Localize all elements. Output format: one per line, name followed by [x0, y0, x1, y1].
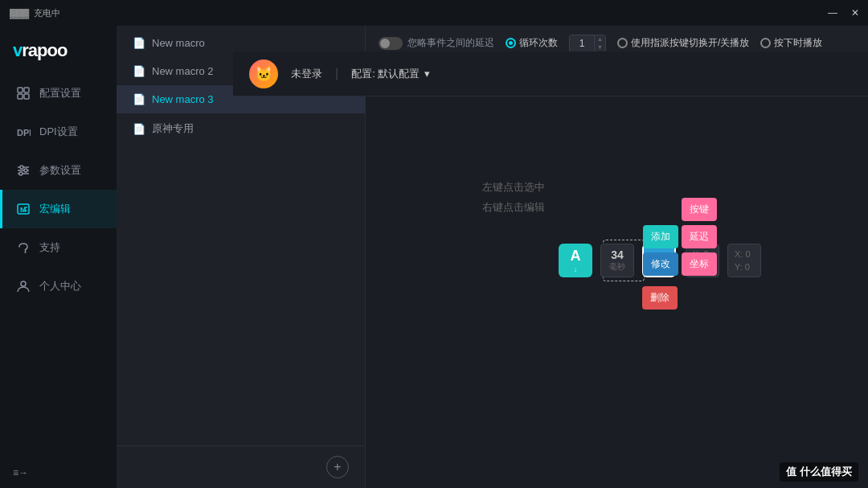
svg-rect-2	[18, 94, 23, 99]
coord-node-2[interactable]: X: 0 Y: 0	[727, 244, 761, 277]
press-play-dot	[760, 38, 771, 48]
loop-count-radio[interactable]: 循环次数	[506, 36, 558, 50]
key-node-a-press[interactable]: A ↓	[559, 244, 592, 277]
macro-icon: M	[15, 201, 31, 217]
node-coord-2[interactable]: X: 0 Y: 0	[727, 244, 761, 277]
number-up-arrow[interactable]: ▲	[594, 35, 605, 43]
number-arrows: ▲ ▼	[594, 35, 605, 51]
header-config-arrow: ▾	[424, 68, 430, 80]
delay-value: 34	[611, 248, 624, 261]
sidebar-label-macro: 宏编辑	[39, 202, 71, 216]
minimize-button[interactable]: —	[826, 6, 839, 19]
nav-items: 配置设置 DPI DPI设置	[0, 74, 117, 457]
ctx-coord-button[interactable]: 坐标	[682, 252, 717, 276]
watermark: 值 什么值得买	[780, 462, 858, 482]
hint-text: 左键点击选中 右键点击编辑	[482, 178, 545, 217]
avatar: 🐱	[249, 59, 278, 88]
svg-rect-3	[24, 94, 29, 99]
ctx-add-button[interactable]: 添加	[643, 225, 678, 248]
node-key-1[interactable]: A ↓	[559, 244, 592, 277]
number-down-arrow[interactable]: ▼	[594, 43, 605, 51]
sidebar-label-dpi: DPI设置	[39, 125, 78, 139]
ctx-key-button[interactable]: 按键	[682, 198, 717, 221]
key-sub: ↓	[574, 265, 578, 273]
toggle-knob	[380, 39, 390, 48]
loop-count-input[interactable]	[570, 35, 594, 51]
finger-switch-radio[interactable]: 使用指派按键切换开/关播放	[617, 36, 749, 50]
sidebar-label-params: 参数设置	[39, 163, 81, 178]
sidebar-collapse-button[interactable]: ≡→	[0, 457, 117, 488]
sidebar: vrapoo 配置设置 DPI	[0, 26, 117, 488]
title-bar-left: ▓▓▓ 充电中	[10, 7, 60, 19]
ctx-modify-button[interactable]: 修改	[643, 252, 678, 276]
title-controls: — ✕	[826, 6, 862, 19]
finger-switch-label: 使用指派按键切换开/关播放	[631, 36, 749, 50]
delete-btn-wrap: 删除	[642, 286, 678, 310]
delay-node[interactable]: 34 毫秒	[600, 244, 634, 277]
header-divider: |	[335, 67, 338, 81]
ignore-delay-toggle-item[interactable]: 您略事件之间的延迟	[379, 36, 494, 50]
battery-icon: ▓▓▓	[10, 8, 29, 18]
dpi-icon: DPI	[15, 124, 31, 140]
doc-icon-1: 📄	[133, 37, 145, 49]
logo-area: vrapoo	[0, 34, 117, 74]
macro-name-4: 原神专用	[152, 121, 194, 136]
header-config-selector[interactable]: 配置: 默认配置 ▾	[351, 67, 430, 81]
sidebar-item-support[interactable]: 支持	[0, 228, 117, 267]
profile-icon	[15, 278, 31, 294]
svg-point-15	[25, 252, 27, 253]
macro-name-1: New macro	[152, 37, 205, 49]
macro-list-footer: +	[117, 445, 365, 488]
ignore-delay-toggle[interactable]	[379, 37, 403, 50]
svg-rect-0	[18, 88, 23, 92]
params-icon	[15, 162, 31, 178]
node-delay-1[interactable]: 34 毫秒	[600, 244, 634, 277]
finger-switch-dot	[617, 38, 628, 48]
ignore-delay-label: 您略事件之间的延迟	[407, 36, 494, 50]
doc-icon-2: 📄	[133, 65, 145, 77]
svg-point-9	[24, 169, 27, 172]
header-user-label: 未登录	[291, 67, 322, 81]
settings-icon	[15, 85, 31, 101]
svg-point-16	[21, 281, 26, 286]
macro-name-3: New macro 3	[152, 93, 214, 105]
watermark-icon: 值	[786, 465, 796, 478]
sidebar-item-profile[interactable]: 个人中心	[0, 267, 117, 306]
doc-icon-4: 📄	[133, 123, 145, 135]
sidebar-label-settings: 配置设置	[39, 86, 81, 100]
collapse-icon: ≡→	[13, 467, 28, 478]
header-config-label: 配置: 默认配置	[351, 67, 420, 81]
press-play-radio[interactable]: 按下时播放	[760, 36, 822, 50]
svg-point-8	[20, 166, 23, 169]
ctx-row-add: 添加 延迟	[643, 225, 717, 248]
watermark-text: 什么值得买	[800, 465, 852, 478]
avatar-image: 🐱	[255, 65, 272, 83]
ctx-row-modify: 修改 坐标	[643, 252, 717, 276]
ctx-row-key: 按键	[643, 198, 717, 221]
delay-unit: 毫秒	[609, 261, 625, 273]
coord-y-2: Y: 0	[735, 260, 754, 274]
support-icon	[15, 240, 31, 256]
sidebar-item-macro[interactable]: M 宏编辑	[0, 190, 117, 228]
svg-rect-1	[24, 88, 29, 92]
sidebar-item-params[interactable]: 参数设置	[0, 151, 117, 190]
coord-x-2: X: 0	[735, 248, 754, 261]
macro-item-4[interactable]: 📄 原神专用	[117, 113, 365, 144]
header-bar: 🐱 未登录 | 配置: 默认配置 ▾	[233, 51, 868, 96]
sidebar-item-dpi[interactable]: DPI DPI设置	[0, 113, 117, 151]
title-bar: ▓▓▓ 充电中 — ✕	[0, 0, 868, 26]
ctx-delete-button[interactable]: 删除	[642, 286, 678, 310]
loop-radio-dot	[506, 38, 516, 48]
close-button[interactable]: ✕	[849, 6, 862, 19]
doc-icon-3: 📄	[133, 93, 145, 105]
loop-label: 循环次数	[519, 36, 558, 50]
sidebar-label-support: 支持	[39, 240, 60, 255]
editor-canvas[interactable]: 左键点击选中 右键点击编辑 A ↓	[366, 61, 868, 488]
sidebar-label-profile: 个人中心	[39, 279, 81, 293]
hint-line2: 右键点击编辑	[482, 198, 545, 218]
logo: vrapoo	[13, 40, 67, 61]
ctx-delay-button[interactable]: 延迟	[682, 225, 717, 248]
svg-text:DPI: DPI	[17, 128, 31, 137]
add-macro-button[interactable]: +	[326, 456, 349, 478]
sidebar-item-settings[interactable]: 配置设置	[0, 74, 117, 113]
